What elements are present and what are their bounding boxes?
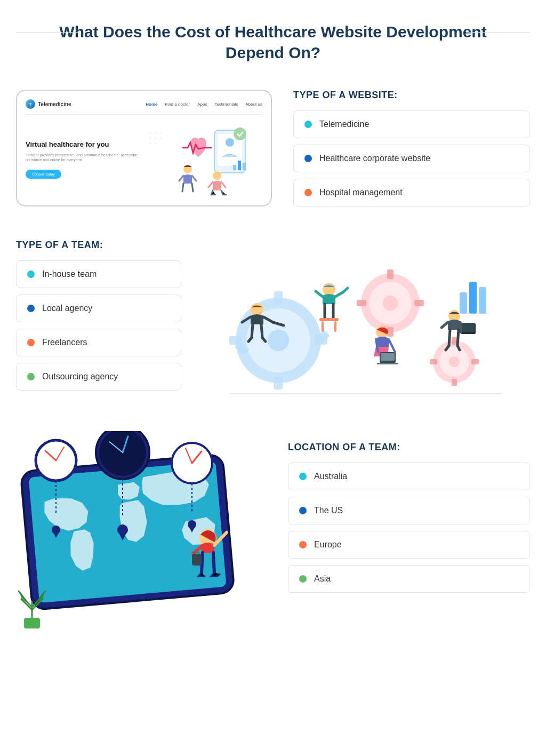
- dot-freelancers: [27, 339, 35, 346]
- nav-home: Home: [146, 102, 157, 107]
- svg-rect-14: [243, 163, 246, 170]
- location-svg: [16, 431, 272, 634]
- svg-rect-38: [452, 379, 457, 386]
- mockup-cta-button[interactable]: Consult today: [26, 170, 61, 179]
- svg-rect-51: [334, 321, 336, 332]
- svg-line-48: [343, 288, 348, 292]
- svg-rect-43: [479, 287, 486, 314]
- team-inhouse: In-house team: [16, 260, 181, 288]
- svg-point-67: [52, 526, 60, 534]
- svg-rect-37: [452, 337, 457, 345]
- svg-rect-50: [322, 321, 324, 332]
- mockup-logo-circle: T: [26, 99, 35, 109]
- svg-point-45: [251, 303, 263, 316]
- website-type-section: T Telemedicine Home Find a doctor Apps T…: [0, 79, 546, 234]
- svg-point-1: [149, 137, 151, 139]
- svg-point-79: [188, 520, 196, 529]
- dot-local-agency: [27, 305, 35, 312]
- svg-rect-20: [274, 291, 283, 304]
- location-asia: Asia: [288, 565, 530, 593]
- svg-point-4: [155, 137, 157, 139]
- team-list: In-house team Local agency Freelancers O…: [16, 260, 181, 397]
- team-gears-svg: [214, 260, 513, 410]
- label-australia: Australia: [314, 472, 347, 481]
- svg-point-69: [99, 431, 146, 476]
- website-type-column: TYPE OF A WEBSITE: Telemedicine Healthca…: [293, 90, 530, 213]
- mockup-illustration: [145, 122, 262, 197]
- svg-rect-21: [274, 377, 283, 389]
- team-type-section: TYPE OF A TEAM: In-house team Local agen…: [0, 234, 546, 426]
- svg-rect-32: [357, 300, 366, 306]
- telemedicine-illustration-svg: [145, 122, 262, 197]
- svg-rect-54: [381, 353, 395, 361]
- svg-rect-13: [238, 161, 241, 170]
- team-content: In-house team Local agency Freelancers O…: [16, 260, 530, 410]
- team-local-agency: Local agency: [16, 295, 181, 322]
- label-corporate: Healthcare corporate website: [319, 154, 430, 163]
- label-europe: Europe: [314, 540, 342, 550]
- mockup-desc: Totalgar provides progressive, and affor…: [26, 153, 140, 163]
- website-mockup: T Telemedicine Home Find a doctor Apps T…: [16, 90, 272, 206]
- location-illustration: [16, 431, 272, 634]
- svg-point-47: [323, 283, 335, 296]
- svg-rect-12: [233, 165, 236, 170]
- svg-point-2: [149, 142, 151, 145]
- svg-point-11: [234, 128, 246, 140]
- label-us: The US: [314, 506, 343, 515]
- team-outsourcing: Outsourcing agency: [16, 363, 181, 391]
- label-hospital: Hospital management: [319, 188, 403, 197]
- mockup-nav: T Telemedicine Home Find a doctor Apps T…: [26, 99, 262, 115]
- svg-rect-81: [192, 554, 202, 566]
- mockup-content: Virtual healthcare for you Totalgar prov…: [26, 115, 262, 197]
- svg-point-16: [213, 171, 221, 180]
- nav-apps: Apps: [197, 102, 207, 107]
- svg-point-73: [117, 524, 128, 535]
- location-us: The US: [288, 497, 530, 524]
- website-type-hospital: Hospital management: [293, 179, 530, 206]
- svg-point-10: [226, 138, 234, 147]
- team-illustration: [197, 260, 530, 410]
- label-outsourcing: Outsourcing agency: [42, 372, 118, 381]
- svg-point-36: [449, 356, 460, 367]
- website-type-corporate: Healthcare corporate website: [293, 145, 530, 172]
- svg-rect-29: [387, 269, 394, 279]
- label-freelancers: Freelancers: [42, 338, 87, 347]
- nav-about: About us: [245, 102, 262, 107]
- location-column: LOCATION OF A TEAM: Australia The US Eur…: [288, 431, 530, 599]
- mockup-text-area: Virtual healthcare for you Totalgar prov…: [26, 140, 140, 179]
- svg-point-7: [160, 137, 162, 139]
- svg-point-3: [155, 132, 157, 134]
- nav-testimonials: Testimonials: [214, 102, 238, 107]
- svg-rect-58: [462, 324, 475, 332]
- nav-find-doctor: Find a doctor: [165, 102, 190, 107]
- label-inhouse: In-house team: [42, 269, 97, 279]
- page-title: What Does the Cost of Healthcare Website…: [32, 21, 514, 63]
- mockup-nav-links: Home Find a doctor Apps Testimonials Abo…: [146, 102, 262, 107]
- dot-telemedicine: [304, 121, 312, 128]
- svg-rect-40: [430, 359, 437, 364]
- svg-rect-39: [471, 359, 479, 364]
- svg-rect-41: [460, 292, 467, 314]
- team-freelancers: Freelancers: [16, 329, 181, 356]
- svg-point-5: [155, 142, 157, 145]
- dot-europe: [299, 541, 307, 548]
- label-telemedicine: Telemedicine: [319, 120, 369, 129]
- svg-rect-31: [414, 300, 424, 306]
- mockup-logo: T Telemedicine: [26, 99, 71, 109]
- dot-inhouse: [27, 270, 35, 278]
- dot-asia: [299, 575, 307, 583]
- svg-point-0: [149, 132, 151, 134]
- location-section: LOCATION OF A TEAM: Australia The US Eur…: [0, 426, 546, 655]
- dot-us: [299, 507, 307, 514]
- svg-point-6: [160, 132, 162, 134]
- label-local-agency: Local agency: [42, 304, 92, 313]
- mockup-logo-text: Telemedicine: [38, 101, 71, 107]
- location-europe: Europe: [288, 531, 530, 559]
- svg-rect-49: [319, 318, 339, 321]
- label-asia: Asia: [314, 574, 331, 584]
- location-australia: Australia: [288, 463, 530, 490]
- website-type-telemedicine: Telemedicine: [293, 110, 530, 138]
- location-label: LOCATION OF A TEAM:: [288, 442, 530, 453]
- mockup-headline: Virtual healthcare for you: [26, 140, 140, 149]
- svg-rect-42: [469, 282, 477, 314]
